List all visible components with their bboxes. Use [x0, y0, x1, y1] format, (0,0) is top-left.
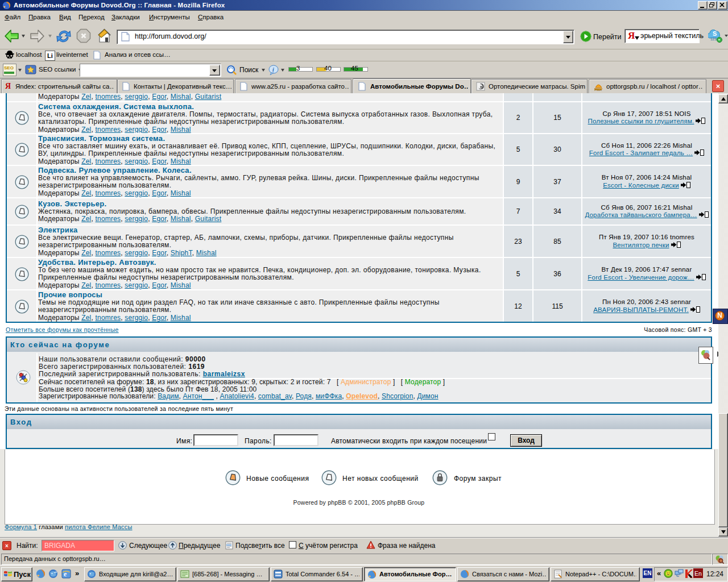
svg-text:S: S: [713, 30, 717, 37]
svg-text:PMA: PMA: [594, 88, 602, 92]
svg-text:i: i: [272, 66, 274, 73]
svg-text:123: 123: [710, 37, 717, 41]
